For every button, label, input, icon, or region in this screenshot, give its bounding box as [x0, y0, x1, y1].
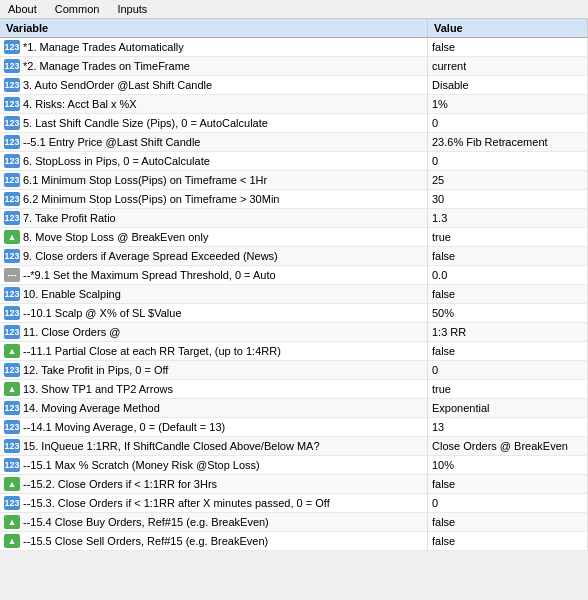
menu-common[interactable]: Common — [51, 2, 104, 16]
numeric-icon: 123 — [4, 458, 20, 472]
dash-icon: --- — [4, 268, 20, 282]
variable-cell: 1236.2 Minimum Stop Loss(Pips) on Timefr… — [0, 190, 428, 209]
table-row[interactable]: 1236. StopLoss in Pips, 0 = AutoCalculat… — [0, 152, 588, 171]
variable-label: --*9.1 Set the Maximum Spread Threshold,… — [23, 269, 276, 281]
variable-label: *1. Manage Trades Automatically — [23, 41, 184, 53]
numeric-icon: 123 — [4, 59, 20, 73]
table-row[interactable]: 123--10.1 Scalp @ X% of SL $Value50% — [0, 304, 588, 323]
variable-cell: 1235. Last Shift Candle Size (Pips), 0 =… — [0, 114, 428, 133]
table-row[interactable]: 1236.1 Minimum Stop Loss(Pips) on Timefr… — [0, 171, 588, 190]
variable-label: 6.1 Minimum Stop Loss(Pips) on Timeframe… — [23, 174, 267, 186]
table-row[interactable]: 1239. Close orders if Average Spread Exc… — [0, 247, 588, 266]
variable-label: 8. Move Stop Loss @ BreakEven only — [23, 231, 208, 243]
variable-cell: 12315. InQueue 1:1RR, If ShiftCandle Clo… — [0, 437, 428, 456]
variable-label: 7. Take Profit Ratio — [23, 212, 116, 224]
variable-label: 13. Show TP1 and TP2 Arrows — [23, 383, 173, 395]
value-cell: 1:3 RR — [428, 323, 588, 342]
value-cell: 1.3 — [428, 209, 588, 228]
variable-label: 4. Risks: Acct Bal x %X — [23, 98, 137, 110]
value-cell: false — [428, 475, 588, 494]
variable-cell: ▲13. Show TP1 and TP2 Arrows — [0, 380, 428, 399]
value-cell: false — [428, 532, 588, 551]
variable-label: --14.1 Moving Average, 0 = (Default = 13… — [23, 421, 225, 433]
table-row[interactable]: ▲13. Show TP1 and TP2 Arrowstrue — [0, 380, 588, 399]
numeric-icon: 123 — [4, 173, 20, 187]
numeric-icon: 123 — [4, 496, 20, 510]
variable-label: --15.5 Close Sell Orders, Ref#15 (e.g. B… — [23, 535, 268, 547]
table-row[interactable]: 1235. Last Shift Candle Size (Pips), 0 =… — [0, 114, 588, 133]
table-row[interactable]: 123*1. Manage Trades Automaticallyfalse — [0, 38, 588, 57]
value-cell: false — [428, 342, 588, 361]
variable-cell: 1236. StopLoss in Pips, 0 = AutoCalculat… — [0, 152, 428, 171]
table-row[interactable]: 123--15.1 Max % Scratch (Money Risk @Sto… — [0, 456, 588, 475]
variable-label: 10. Enable Scalping — [23, 288, 121, 300]
table-row[interactable]: ▲8. Move Stop Loss @ BreakEven onlytrue — [0, 228, 588, 247]
table-row[interactable]: 12312. Take Profit in Pips, 0 = Off0 — [0, 361, 588, 380]
variable-label: 15. InQueue 1:1RR, If ShiftCandle Closed… — [23, 440, 320, 452]
table-row[interactable]: 123--15.3. Close Orders if < 1:1RR after… — [0, 494, 588, 513]
value-cell: 25 — [428, 171, 588, 190]
arrow-icon: ▲ — [4, 477, 20, 491]
menu-inputs[interactable]: Inputs — [113, 2, 151, 16]
value-cell: 0 — [428, 494, 588, 513]
table-container: Variable Value 123*1. Manage Trades Auto… — [0, 19, 588, 599]
variable-cell: 1233. Auto SendOrder @Last Shift Candle — [0, 76, 428, 95]
table-row[interactable]: 12315. InQueue 1:1RR, If ShiftCandle Clo… — [0, 437, 588, 456]
col-variable: Variable — [0, 19, 428, 38]
value-cell: true — [428, 380, 588, 399]
table-row[interactable]: ▲--15.5 Close Sell Orders, Ref#15 (e.g. … — [0, 532, 588, 551]
numeric-icon: 123 — [4, 325, 20, 339]
numeric-icon: 123 — [4, 135, 20, 149]
variable-cell: 123--5.1 Entry Price @Last Shift Candle — [0, 133, 428, 152]
value-cell: false — [428, 247, 588, 266]
variable-cell: ▲--15.2. Close Orders if < 1:1RR for 3Hr… — [0, 475, 428, 494]
table-row[interactable]: ▲--11.1 Partial Close at each RR Target,… — [0, 342, 588, 361]
variable-label: 6.2 Minimum Stop Loss(Pips) on Timeframe… — [23, 193, 279, 205]
numeric-icon: 123 — [4, 97, 20, 111]
params-table: Variable Value 123*1. Manage Trades Auto… — [0, 19, 588, 551]
table-row[interactable]: 12310. Enable Scalpingfalse — [0, 285, 588, 304]
table-row[interactable]: 12311. Close Orders @1:3 RR — [0, 323, 588, 342]
numeric-icon: 123 — [4, 287, 20, 301]
table-row[interactable]: ▲--15.2. Close Orders if < 1:1RR for 3Hr… — [0, 475, 588, 494]
value-cell: Exponential — [428, 399, 588, 418]
table-row[interactable]: 1237. Take Profit Ratio1.3 — [0, 209, 588, 228]
variable-cell: ▲8. Move Stop Loss @ BreakEven only — [0, 228, 428, 247]
table-row[interactable]: 123--14.1 Moving Average, 0 = (Default =… — [0, 418, 588, 437]
table-row[interactable]: 123--5.1 Entry Price @Last Shift Candle2… — [0, 133, 588, 152]
variable-label: 14. Moving Average Method — [23, 402, 160, 414]
menu-about[interactable]: About — [4, 2, 41, 16]
variable-cell: 12310. Enable Scalping — [0, 285, 428, 304]
value-cell: current — [428, 57, 588, 76]
table-row[interactable]: 1236.2 Minimum Stop Loss(Pips) on Timefr… — [0, 190, 588, 209]
arrow-icon: ▲ — [4, 344, 20, 358]
value-cell: 23.6% Fib Retracement — [428, 133, 588, 152]
value-cell: 1% — [428, 95, 588, 114]
table-row[interactable]: 1234. Risks: Acct Bal x %X1% — [0, 95, 588, 114]
variable-cell: 123*1. Manage Trades Automatically — [0, 38, 428, 57]
value-cell: Disable — [428, 76, 588, 95]
variable-cell: -----*9.1 Set the Maximum Spread Thresho… — [0, 266, 428, 285]
value-cell: false — [428, 513, 588, 532]
numeric-icon: 123 — [4, 306, 20, 320]
table-row[interactable]: 123*2. Manage Trades on TimeFramecurrent — [0, 57, 588, 76]
variable-label: 6. StopLoss in Pips, 0 = AutoCalculate — [23, 155, 210, 167]
numeric-icon: 123 — [4, 249, 20, 263]
numeric-icon: 123 — [4, 154, 20, 168]
variable-label: --15.2. Close Orders if < 1:1RR for 3Hrs — [23, 478, 217, 490]
table-row[interactable]: -----*9.1 Set the Maximum Spread Thresho… — [0, 266, 588, 285]
value-cell: 0 — [428, 361, 588, 380]
numeric-icon: 123 — [4, 116, 20, 130]
variable-cell: 123--10.1 Scalp @ X% of SL $Value — [0, 304, 428, 323]
value-cell: true — [428, 228, 588, 247]
table-row[interactable]: 12314. Moving Average MethodExponential — [0, 399, 588, 418]
variable-label: --5.1 Entry Price @Last Shift Candle — [23, 136, 200, 148]
table-row[interactable]: 1233. Auto SendOrder @Last Shift CandleD… — [0, 76, 588, 95]
numeric-icon: 123 — [4, 439, 20, 453]
variable-label: 9. Close orders if Average Spread Exceed… — [23, 250, 278, 262]
variable-cell: 123--15.1 Max % Scratch (Money Risk @Sto… — [0, 456, 428, 475]
variable-label: 12. Take Profit in Pips, 0 = Off — [23, 364, 168, 376]
variable-cell: 1237. Take Profit Ratio — [0, 209, 428, 228]
numeric-icon: 123 — [4, 40, 20, 54]
table-row[interactable]: ▲--15.4 Close Buy Orders, Ref#15 (e.g. B… — [0, 513, 588, 532]
